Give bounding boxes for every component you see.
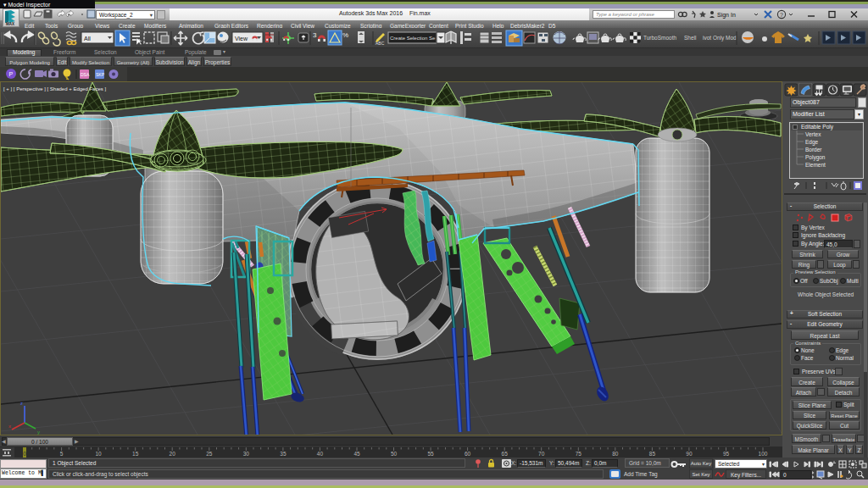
- svg-text:Shell: Shell: [684, 35, 697, 41]
- svg-text:DSA: DSA: [81, 72, 90, 77]
- svg-text:TurboSmooth: TurboSmooth: [643, 35, 677, 41]
- svg-text:?: ?: [780, 12, 783, 18]
- svg-text:y: y: [37, 430, 40, 435]
- svg-text:45: 45: [353, 451, 360, 457]
- svg-text:95: 95: [723, 451, 730, 457]
- svg-text:Element: Element: [805, 162, 826, 168]
- svg-text:25: 25: [206, 451, 213, 457]
- svg-text:40: 40: [317, 451, 324, 457]
- svg-text:ABC: ABC: [376, 41, 385, 46]
- svg-text:Create Selection Se: Create Selection Se: [390, 36, 436, 41]
- svg-text:15: 15: [132, 451, 139, 457]
- svg-text:80: 80: [612, 451, 619, 457]
- svg-text:65: 65: [502, 451, 509, 457]
- svg-text:Edge: Edge: [805, 139, 819, 146]
- svg-text:Polygon: Polygon: [805, 154, 826, 161]
- svg-text:ivot Only Mod: ivot Only Mod: [703, 35, 737, 42]
- svg-text:100: 100: [759, 451, 768, 457]
- svg-text:View: View: [235, 36, 248, 42]
- svg-text:3: 3: [313, 31, 317, 39]
- svg-text:Border: Border: [805, 147, 822, 152]
- svg-text:z: z: [20, 401, 23, 406]
- svg-text:10: 10: [95, 451, 102, 457]
- svg-text:P: P: [9, 71, 14, 77]
- svg-text:All: All: [84, 36, 91, 42]
- svg-text:5: 5: [60, 451, 64, 457]
- svg-text:70: 70: [538, 451, 545, 457]
- svg-text:60: 60: [465, 451, 471, 457]
- svg-text:MAX: MAX: [6, 22, 14, 26]
- svg-text:75: 75: [576, 451, 582, 457]
- svg-text:%: %: [342, 31, 348, 39]
- svg-text:SKP: SKP: [96, 72, 105, 77]
- svg-text:50: 50: [391, 451, 398, 457]
- svg-text:55: 55: [427, 451, 434, 457]
- svg-text:85: 85: [649, 451, 656, 457]
- svg-text:35: 35: [280, 451, 287, 457]
- svg-text:0: 0: [23, 451, 26, 457]
- svg-text:Vertex: Vertex: [805, 131, 821, 137]
- svg-text:90: 90: [686, 451, 693, 457]
- svg-text:20: 20: [170, 451, 176, 457]
- svg-text:x: x: [8, 424, 11, 429]
- svg-text:Sign In: Sign In: [717, 12, 736, 19]
- svg-text:30: 30: [243, 451, 250, 457]
- svg-text:0: 0: [783, 472, 787, 478]
